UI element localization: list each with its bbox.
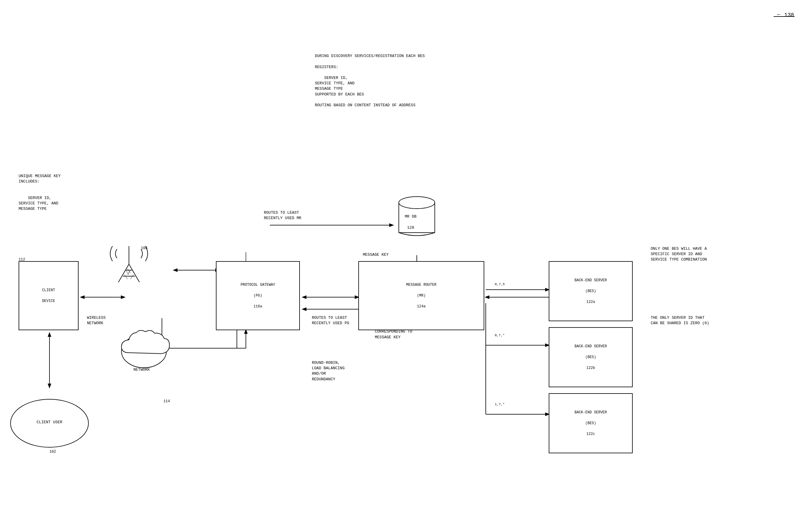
val-075: 0,7,5: [495, 282, 505, 287]
bes-a-box: BACK-END SERVER (BES) 122a: [549, 261, 633, 321]
svg-point-36: [150, 341, 165, 352]
network-label: NETWORK: [134, 362, 150, 373]
unique-message-key-label: UNIQUE MESSAGE KEY INCLUDES: SERVER ID, …: [19, 168, 61, 212]
svg-point-39: [399, 197, 435, 209]
routes-least-mr-label: ROUTES TO LEAST RECENTLY USED MR: [264, 210, 301, 221]
svg-point-35: [124, 342, 140, 355]
svg-point-32: [149, 340, 166, 353]
svg-rect-38: [399, 202, 435, 233]
svg-point-31: [123, 341, 141, 356]
bes-c-box: BACK-END SERVER (BES) 122c: [549, 393, 633, 453]
routes-least-pg-label: ROUTES TO LEAST RECENTLY USED PG: [312, 315, 349, 326]
svg-line-27: [124, 275, 127, 279]
ref-112: 112: [19, 258, 25, 262]
bes-b-box: BACK-END SERVER (BES) 122b: [549, 327, 633, 387]
ref-108: 108: [141, 246, 147, 250]
val-07s: 0,7,*: [495, 333, 505, 338]
figure-ref: 138: [784, 12, 794, 18]
protocol-gateway-box: PROTOCOL GATEWAY (PG) 116a: [216, 261, 300, 330]
message-key-label: MESSAGE KEY: [363, 252, 388, 258]
client-user-label: CLIENT USER: [28, 414, 70, 425]
svg-line-24: [127, 269, 130, 273]
only-one-bes-label: ONLY ONE BES WILL HAVE A SPECIFIC SERVER…: [651, 246, 801, 263]
svg-point-33: [134, 334, 154, 351]
ref-102: 102: [50, 450, 56, 454]
round-robin-label: ROUND-ROBIN, LOAD BALANCING AND/OR REDUN…: [312, 360, 345, 382]
ref-114: 114: [164, 399, 170, 403]
svg-line-25: [126, 270, 129, 275]
discovery-services-label: DURING DISCOVERY SERVICES/REGISTRATION E…: [315, 48, 525, 108]
wireless-network-label: WIRELESSNETWORK: [87, 315, 106, 326]
svg-point-37: [134, 335, 153, 350]
message-router-box: MESSAGE ROUTER (MR) 124a: [358, 261, 484, 330]
svg-line-20: [118, 264, 129, 282]
only-server-id-label: THE ONLY SERVER ID THAT CAN BE SHARED IS…: [651, 315, 801, 326]
client-device-box: CLIENT DEVICE: [19, 261, 79, 330]
val-17s: 1,7,*: [495, 402, 505, 407]
svg-line-26: [127, 270, 130, 275]
svg-line-21: [129, 264, 139, 282]
mrdb-label: MR DB 128: [405, 209, 416, 231]
ref-arrow: ←: [777, 11, 781, 18]
svg-line-28: [130, 275, 134, 279]
